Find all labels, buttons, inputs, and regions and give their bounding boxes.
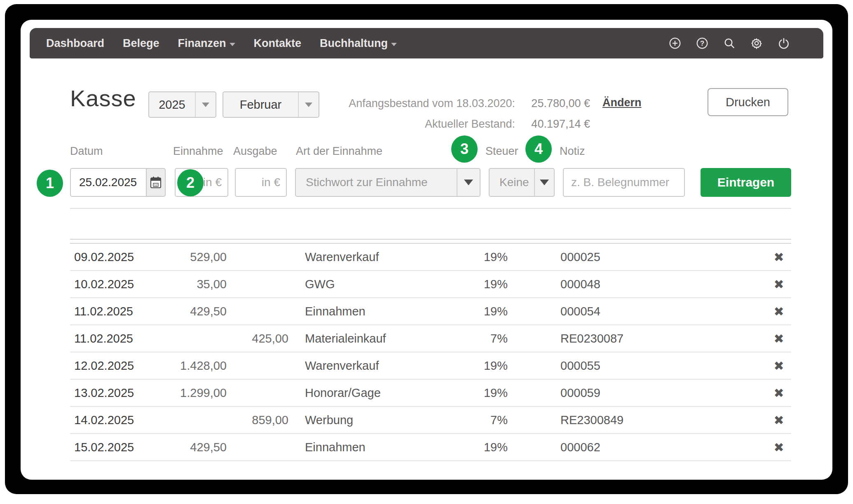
- entry-tax: 7%: [462, 332, 508, 345]
- entry-date: 15.02.2025: [70, 441, 144, 454]
- table-top-border: [70, 239, 791, 240]
- table-row: 09.02.2025 529,00 Warenverkauf 19% 00002…: [70, 244, 791, 271]
- svg-text:12: 12: [154, 183, 157, 187]
- calendar-icon: 12: [150, 176, 162, 189]
- entry-tax: 19%: [462, 359, 508, 373]
- entry-note: 000048: [508, 278, 766, 291]
- change-balance-link[interactable]: Ändern: [602, 96, 642, 109]
- entry-income: 429,50: [144, 305, 227, 318]
- entry-note: 000025: [508, 250, 766, 264]
- column-label-notiz: Notiz: [560, 145, 585, 158]
- ausgabe-input[interactable]: [235, 168, 287, 197]
- table-row: 14.02.2025 859,00 Werbung 7% RE2300849 ✖: [70, 407, 791, 434]
- date-input[interactable]: [70, 168, 147, 197]
- steuer-select[interactable]: Keine: [489, 168, 555, 197]
- delete-entry-button[interactable]: ✖: [766, 440, 791, 455]
- entry-date: 10.02.2025: [70, 278, 144, 291]
- entry-income: 429,50: [144, 441, 227, 454]
- annotation-badge-4: 4: [525, 135, 552, 163]
- calendar-button[interactable]: 12: [146, 168, 166, 197]
- entry-tax: 19%: [462, 250, 508, 264]
- current-balance-label: Aktueller Bestand:: [330, 118, 515, 131]
- chevron-down-icon: [457, 169, 480, 196]
- entry-note: 000062: [508, 441, 766, 454]
- year-select[interactable]: 2025: [148, 91, 216, 118]
- entry-date: 11.02.2025: [70, 305, 144, 318]
- chevron-down-icon: [534, 169, 554, 196]
- print-button[interactable]: Drucken: [708, 88, 788, 116]
- table-row: 12.02.2025 1.428,00 Warenverkauf 19% 000…: [70, 352, 791, 380]
- month-select[interactable]: Februar: [223, 91, 319, 118]
- entry-tax: 19%: [462, 305, 508, 318]
- entry-tax: 7%: [462, 413, 508, 427]
- app-window: Dashboard Belege Finanzen Kontakte Buchh…: [21, 20, 832, 480]
- entry-date: 12.02.2025: [70, 359, 144, 373]
- chevron-down-icon: [195, 92, 216, 117]
- delete-entry-button[interactable]: ✖: [766, 331, 791, 346]
- submit-entry-button[interactable]: Eintragen: [701, 168, 791, 197]
- delete-entry-button[interactable]: ✖: [766, 250, 791, 264]
- table-row: 11.02.2025 425,00 Materialeinkauf 7% RE0…: [70, 325, 791, 352]
- annotation-badge-1: 1: [37, 170, 63, 197]
- entries-table-body: 09.02.2025 529,00 Warenverkauf 19% 00002…: [70, 244, 791, 461]
- entry-tax: 19%: [462, 386, 508, 400]
- entry-date: 14.02.2025: [70, 413, 144, 427]
- entry-income: 1.428,00: [144, 359, 227, 373]
- entry-note: 000059: [508, 386, 766, 400]
- entry-tax: 19%: [462, 278, 508, 291]
- entry-expense: 859,00: [227, 413, 288, 427]
- art-der-einnahme-select[interactable]: Stichwort zur Einnahme: [295, 168, 480, 197]
- entry-date: 13.02.2025: [70, 386, 144, 400]
- entry-type: Werbung: [305, 413, 462, 427]
- entry-income: 1.299,00: [144, 386, 227, 400]
- column-label-datum: Datum: [70, 145, 103, 158]
- annotation-badge-2: 2: [177, 169, 204, 196]
- entry-type: Warenverkauf: [305, 359, 462, 373]
- entry-date: 09.02.2025: [70, 250, 144, 264]
- entry-type: Materialeinkauf: [305, 332, 462, 345]
- entry-tax: 19%: [462, 441, 508, 454]
- opening-balance-value: 25.780,00 €: [519, 97, 590, 110]
- delete-entry-button[interactable]: ✖: [766, 304, 791, 319]
- entry-date: 11.02.2025: [70, 332, 144, 345]
- delete-entry-button[interactable]: ✖: [766, 277, 791, 292]
- entry-type: Einnahmen: [305, 441, 462, 454]
- column-label-einnahme: Einnahme: [173, 145, 223, 158]
- entry-income: 35,00: [144, 278, 227, 291]
- delete-entry-button[interactable]: ✖: [766, 359, 791, 373]
- entry-type: Honorar/Gage: [305, 386, 462, 400]
- column-label-ausgabe: Ausgabe: [233, 145, 277, 158]
- entry-type: GWG: [305, 278, 462, 291]
- entry-expense: 425,00: [227, 332, 288, 345]
- table-row: 13.02.2025 1.299,00 Honorar/Gage 19% 000…: [70, 380, 791, 407]
- entry-note: RE2300849: [508, 413, 766, 427]
- annotation-badge-3: 3: [451, 135, 478, 163]
- entry-note: RE0230087: [508, 332, 766, 345]
- entry-income: 529,00: [144, 250, 227, 264]
- entry-note: 000054: [508, 305, 766, 318]
- entry-type: Einnahmen: [305, 305, 462, 318]
- opening-balance-label: Anfangsbestand vom 18.03.2020:: [330, 97, 515, 110]
- table-row: 11.02.2025 429,50 Einnahmen 19% 000054 ✖: [70, 298, 791, 325]
- column-label-steuer: Steuer: [485, 145, 518, 158]
- delete-entry-button[interactable]: ✖: [766, 413, 791, 427]
- column-label-art: Art der Einnahme: [296, 145, 382, 158]
- entry-note: 000055: [508, 359, 766, 373]
- section-divider: [70, 208, 791, 209]
- page-title: Kasse: [70, 85, 136, 112]
- notiz-input[interactable]: [563, 168, 685, 197]
- delete-entry-button[interactable]: ✖: [766, 386, 791, 400]
- table-row: 15.02.2025 429,50 Einnahmen 19% 000062 ✖: [70, 434, 791, 461]
- table-row: 10.02.2025 35,00 GWG 19% 000048 ✖: [70, 271, 791, 298]
- entry-type: Warenverkauf: [305, 250, 462, 264]
- chevron-down-icon: [298, 92, 319, 117]
- current-balance-value: 40.197,14 €: [519, 118, 590, 131]
